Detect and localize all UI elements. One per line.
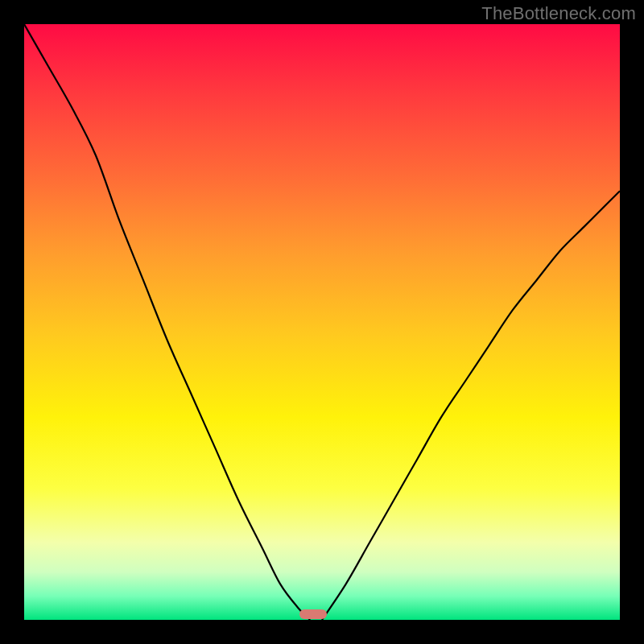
chart-frame: TheBottleneck.com (0, 0, 644, 644)
curve-left-branch (24, 24, 310, 620)
bottleneck-curve (24, 24, 620, 620)
attribution-watermark: TheBottleneck.com (481, 3, 636, 24)
curve-right-branch (322, 191, 620, 620)
plot-area (24, 24, 620, 620)
optimal-point-marker (299, 609, 327, 619)
